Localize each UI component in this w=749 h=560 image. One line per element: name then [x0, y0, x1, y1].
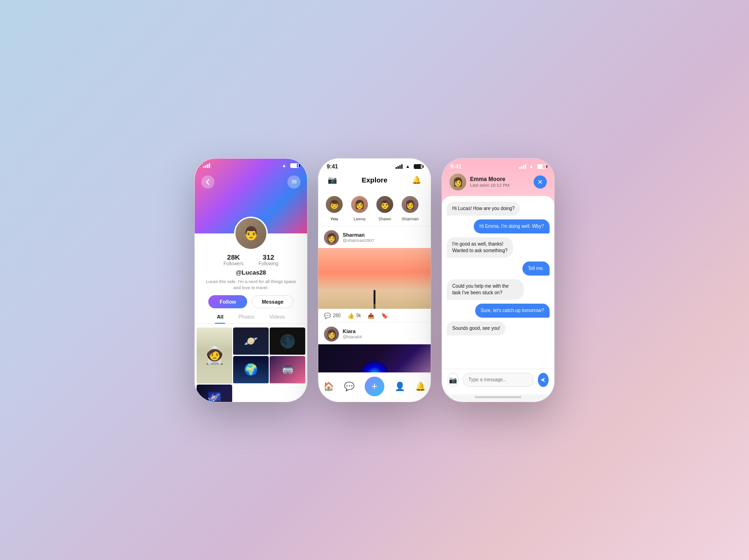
share-icon: 📤 [367, 313, 374, 319]
wifi-icon-3: ▲ [528, 164, 535, 169]
explore-header: 📷 Explore 🔔 [318, 172, 431, 190]
post-username-kiara: Kiara [343, 328, 362, 334]
avatar-container: 👨 [234, 217, 268, 250]
chat-camera-button[interactable]: 📷 [448, 373, 459, 387]
profile-body: 28K Followers 312 Following @Lucas28 Luc… [195, 233, 307, 402]
wifi-icon: ▲ [281, 163, 287, 168]
post-handle-kiara: @kiara64 [343, 334, 362, 339]
camera-button[interactable]: 📷 [326, 174, 339, 187]
signal-icon-2 [396, 164, 403, 169]
avatar-leena: 👩 [350, 195, 369, 214]
message-5: Could you help me with the task I've bee… [447, 279, 524, 300]
bookmark-icon: 🔖 [381, 313, 388, 319]
message-2: Hi Emma, I'm doing well. Wby? [474, 219, 550, 233]
action-buttons: Follow Message [195, 295, 307, 308]
post-header-kiara: 👩 Kiara @kiara64 [318, 323, 431, 344]
photo-cell-vr[interactable] [270, 356, 305, 384]
stats-row: 28K Followers 312 Following [195, 253, 307, 266]
time-display-2: 9:41 [327, 163, 338, 170]
battery-icon [290, 163, 299, 168]
nav-chat[interactable]: 💬 [344, 381, 354, 392]
tab-all[interactable]: All [215, 314, 225, 323]
message-6: Sure, let's catch-up tomorrow? [475, 304, 550, 318]
profile-avatar: 👨 [234, 217, 268, 250]
messages-area: Hi Lucas! How are you doing? Hi Emma, I'… [442, 196, 554, 369]
battery-icon-3 [537, 164, 546, 169]
followers-stat: 28K Followers [223, 253, 243, 266]
story-shawn[interactable]: 👨 Shawn [374, 194, 395, 221]
explore-phone: 9:41 ▲ 📷 Explore 🔔 [318, 159, 431, 402]
post-avatar-kiara: 👩 [324, 327, 339, 342]
time-display-3: 9:41 [450, 163, 462, 170]
notification-button[interactable]: 🔔 [410, 174, 423, 187]
chat-user-details: Emma Moore Last seen 10:12 PM [470, 176, 510, 188]
avatar-image: 👨 [235, 218, 266, 249]
status-icons-2: ▲ [396, 164, 422, 169]
stories-row: 👦 You 👩 Leena 👨 Shawn 👩 Sharm [318, 190, 431, 226]
battery-icon-2 [414, 164, 422, 169]
photo-cell-galaxy[interactable] [197, 385, 232, 401]
photo-cell-earth[interactable] [233, 356, 269, 384]
story-you[interactable]: 👦 You [324, 194, 345, 221]
tab-videos[interactable]: Videos [267, 314, 286, 323]
post-image-sharman[interactable] [318, 248, 431, 309]
story-label-leena: Leena [353, 217, 365, 221]
profile-header-bg: ▲ ✉ 👨 [195, 159, 307, 233]
desert-figure [374, 290, 375, 304]
post-user-info-kiara: Kiara @kiara64 [343, 328, 362, 339]
bookmark-stat[interactable]: 🔖 [381, 313, 388, 319]
share-stat[interactable]: 📤 [367, 313, 374, 319]
photo-cell-planet[interactable] [233, 327, 269, 355]
follow-button[interactable]: Follow [208, 295, 247, 308]
story-avatar-shawn: 👨 [374, 194, 395, 215]
photo-cell-astronaut[interactable] [197, 327, 232, 384]
bottom-nav: 🏠 💬 + 👤 🔔 [318, 372, 431, 402]
message-3: I'm good as well, thanks!Wanted to ask s… [447, 237, 513, 258]
story-leena[interactable]: 👩 Leena [349, 194, 370, 221]
message-button[interactable]: Message [252, 295, 293, 308]
story-sharman[interactable]: 👩 Sharman [400, 194, 420, 221]
chat-send-button[interactable] [538, 373, 549, 387]
profile-username: @Lucas28 [195, 269, 307, 276]
explore-title: Explore [339, 176, 410, 184]
post-avatar-sharman: 👩 [324, 230, 339, 245]
photo-vr-img [270, 356, 305, 383]
tab-photos[interactable]: Photos [236, 314, 256, 323]
following-label: Following [258, 261, 278, 266]
photo-astronaut-img [197, 327, 232, 384]
story-avatar-leena: 👩 [349, 194, 370, 215]
nav-profile[interactable]: 👤 [395, 381, 405, 392]
post-username-sharman: Sharman [343, 232, 374, 238]
photo-planet-img [233, 327, 269, 355]
nav-create[interactable]: + [365, 377, 384, 396]
back-button[interactable] [201, 175, 214, 189]
views-icon: 💬 [324, 313, 331, 319]
post-actions-sharman: 💬 280 👍 9k 📤 🔖 [318, 309, 431, 322]
following-count: 312 [258, 253, 278, 261]
chat-user-info: 👩 Emma Moore Last seen 10:12 PM [449, 174, 510, 190]
nav-home[interactable]: 🏠 [323, 381, 334, 392]
message-1: Hi Lucas! How are you doing? [447, 202, 520, 216]
explore-feed: 👩 Sharman @sharman2807 💬 280 [318, 226, 431, 385]
post-handle-sharman: @sharman2807 [343, 238, 374, 243]
chat-header: 👩 Emma Moore Last seen 10:12 PM ✕ [442, 172, 554, 195]
photo-cell-eclipse[interactable] [270, 327, 305, 355]
post-card-sharman: 👩 Sharman @sharman2807 💬 280 [318, 226, 431, 322]
mail-button[interactable]: ✉ [287, 175, 301, 189]
followers-count: 28K [223, 253, 243, 261]
chat-input-area: 📷 [442, 369, 554, 394]
desert-image [318, 248, 431, 309]
following-stat: 312 Following [258, 253, 278, 266]
likes-stat: 👍 9k [347, 313, 361, 319]
profile-bio: Lucas this side. I'm a nerd for all thin… [195, 278, 307, 291]
story-avatar-you: 👦 [324, 194, 345, 215]
post-header-sharman: 👩 Sharman @sharman2807 [318, 226, 431, 248]
chat-close-button[interactable]: ✕ [534, 175, 547, 189]
content-tabs: All Photos Videos [195, 314, 307, 324]
messages-phone: 9:41 ▲ 👩 Emma Moore Last seen 1 [442, 159, 554, 402]
avatar-shawn: 👨 [375, 195, 394, 214]
nav-bell[interactable]: 🔔 [415, 381, 426, 392]
story-label-sharman: Sharman [402, 217, 419, 221]
chat-message-input[interactable] [463, 373, 534, 387]
chat-status: Last seen 10:12 PM [470, 182, 510, 188]
